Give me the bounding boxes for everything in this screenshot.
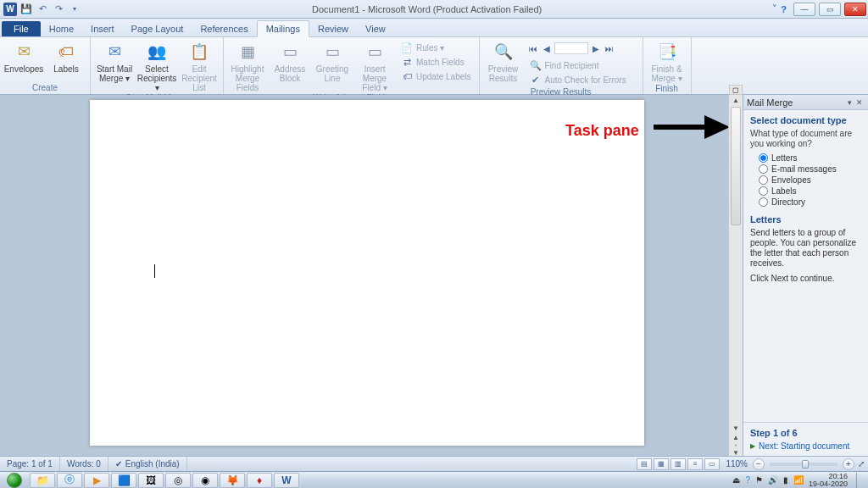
taskbar-firefox-icon[interactable]: 🦊: [220, 473, 245, 488]
group-label-create: Create: [5, 82, 85, 94]
finish-merge-button[interactable]: 📑Finish & Merge ▾: [648, 39, 686, 83]
web-layout-view-icon[interactable]: ▥: [670, 458, 686, 470]
group-finish: 📑Finish & Merge ▾ Finish: [643, 37, 692, 94]
last-record-icon[interactable]: ⏭: [604, 42, 615, 54]
address-block-button[interactable]: ▭Address Block: [271, 39, 309, 83]
file-tab[interactable]: File: [2, 21, 41, 36]
radio-email[interactable]: [759, 164, 768, 174]
document-page[interactable]: [90, 100, 644, 446]
word-count[interactable]: Words: 0: [60, 457, 108, 471]
tab-page-layout[interactable]: Page Layout: [123, 21, 192, 36]
ruler-toggle-icon[interactable]: ▢: [729, 85, 743, 95]
first-record-icon[interactable]: ⏮: [527, 42, 539, 54]
zoom-slider[interactable]: [770, 463, 837, 466]
taskbar-media-icon[interactable]: ▶: [84, 473, 109, 488]
zoom-out-icon[interactable]: −: [753, 458, 765, 470]
tray-signal-icon[interactable]: 📶: [793, 475, 804, 485]
find-recipient-button[interactable]: 🔍Find Recipient: [527, 58, 637, 72]
zoom-knob[interactable]: [802, 460, 809, 469]
tab-home[interactable]: Home: [41, 21, 82, 36]
taskbar-app1-icon[interactable]: 🟦: [111, 473, 136, 488]
taskbar-chrome-icon[interactable]: ◉: [192, 473, 218, 488]
language-status[interactable]: ✔English (India): [108, 457, 187, 471]
outline-view-icon[interactable]: ≡: [687, 458, 703, 470]
option-letters[interactable]: Letters: [750, 152, 861, 164]
full-screen-view-icon[interactable]: ▦: [654, 458, 669, 470]
tab-mailings[interactable]: Mailings: [257, 20, 309, 37]
task-pane-close-icon[interactable]: ✕: [854, 97, 865, 108]
print-layout-view-icon[interactable]: ▤: [637, 458, 652, 470]
ribbon-minimize-icon[interactable]: ˅: [772, 3, 777, 14]
radio-labels[interactable]: [759, 186, 768, 196]
group-write-insert: ▦Highlight Merge Fields ▭Address Block ▭…: [224, 37, 480, 94]
tray-help-icon[interactable]: ?: [745, 475, 750, 485]
letters-description: Send letters to a group of people. You c…: [750, 228, 861, 269]
tray-action-icon[interactable]: ⏏: [732, 475, 740, 485]
zoom-in-icon[interactable]: +: [843, 458, 854, 470]
match-fields-button[interactable]: ⇄Match Fields: [398, 55, 474, 69]
zoom-dialog-icon[interactable]: ⤢: [854, 459, 868, 469]
minimize-button[interactable]: —: [793, 3, 815, 16]
select-recipients-button[interactable]: 👥Select Recipients ▾: [138, 39, 175, 92]
greeting-line-button[interactable]: ▭Greeting Line: [314, 39, 351, 83]
task-pane-dropdown-icon[interactable]: ▾: [844, 97, 854, 108]
show-desktop-button[interactable]: [856, 473, 863, 488]
letters-heading: Letters: [750, 214, 861, 225]
auto-check-errors-button[interactable]: ✔Auto Check for Errors: [527, 73, 637, 86]
task-pane-title: Mail Merge: [747, 97, 844, 108]
undo-icon[interactable]: ↶: [36, 3, 49, 16]
close-button[interactable]: ✕: [844, 3, 866, 16]
vertical-scrollbar[interactable]: ▢ ▲ ▼ ▲◦▼: [728, 95, 743, 456]
start-button[interactable]: [0, 472, 29, 489]
tray-network-icon[interactable]: ▮: [783, 475, 788, 485]
help-icon[interactable]: ?: [781, 4, 787, 14]
tab-view[interactable]: View: [357, 21, 394, 36]
redo-icon[interactable]: ↷: [52, 3, 65, 16]
preview-results-button[interactable]: 🔍Preview Results: [485, 39, 522, 83]
taskbar-photos-icon[interactable]: 🖼: [138, 473, 164, 488]
scroll-down-icon[interactable]: ▼: [729, 423, 743, 434]
page-status[interactable]: Page: 1 of 1: [0, 457, 60, 471]
rules-button[interactable]: 📄Rules ▾: [398, 41, 474, 54]
insert-merge-field-button[interactable]: ▭Insert Merge Field ▾: [356, 39, 393, 92]
qat-more-icon[interactable]: ▾: [68, 3, 81, 16]
group-create: ✉Envelopes 🏷Labels Create: [0, 37, 91, 94]
tab-review[interactable]: Review: [309, 21, 357, 36]
tray-flag-icon[interactable]: ⚑: [755, 475, 763, 485]
browse-object-icons[interactable]: ▲◦▼: [729, 434, 743, 456]
taskbar-explorer-icon[interactable]: 📁: [30, 473, 55, 488]
scroll-up-icon[interactable]: ▲: [729, 95, 743, 106]
option-envelopes[interactable]: Envelopes: [750, 175, 861, 186]
labels-button[interactable]: 🏷Labels: [47, 39, 85, 74]
taskbar-ie-icon[interactable]: ⓔ: [57, 473, 82, 488]
draft-view-icon[interactable]: ▭: [704, 458, 720, 470]
radio-letters[interactable]: [759, 153, 768, 163]
document-area[interactable]: Task pane: [0, 95, 728, 456]
tab-references[interactable]: References: [192, 21, 256, 36]
record-number-input[interactable]: [554, 42, 588, 54]
edit-recipient-list-button[interactable]: 📋Edit Recipient List: [181, 39, 218, 92]
update-labels-button[interactable]: 🏷Update Labels: [398, 69, 474, 83]
next-starting-document-link[interactable]: Next: Starting document: [750, 441, 861, 451]
taskbar-word-icon[interactable]: W: [274, 473, 299, 488]
envelopes-button[interactable]: ✉Envelopes: [5, 39, 42, 74]
scroll-thumb[interactable]: [731, 107, 741, 225]
tray-volume-icon[interactable]: 🔊: [768, 475, 778, 485]
option-labels[interactable]: Labels: [750, 186, 861, 197]
taskbar-clock[interactable]: 20:1619-04-2020: [809, 473, 851, 488]
prev-record-icon[interactable]: ◀: [541, 42, 553, 54]
tab-insert[interactable]: Insert: [82, 21, 123, 36]
start-mail-merge-button[interactable]: ✉Start Mail Merge ▾: [96, 39, 133, 83]
radio-envelopes[interactable]: [759, 175, 768, 185]
taskbar-pdf-icon[interactable]: ♦: [247, 473, 272, 488]
maximize-button[interactable]: ▭: [819, 3, 841, 16]
option-email[interactable]: E-mail messages: [750, 164, 861, 175]
taskbar-hp-icon[interactable]: ◎: [165, 473, 191, 488]
next-record-icon[interactable]: ▶: [590, 42, 602, 54]
highlight-merge-fields-button[interactable]: ▦Highlight Merge Fields: [229, 39, 266, 92]
radio-directory[interactable]: [759, 197, 768, 207]
zoom-level[interactable]: 110%: [721, 459, 753, 469]
save-icon[interactable]: 💾: [19, 3, 33, 16]
option-directory[interactable]: Directory: [750, 197, 861, 208]
word-app-icon: W: [3, 3, 17, 16]
